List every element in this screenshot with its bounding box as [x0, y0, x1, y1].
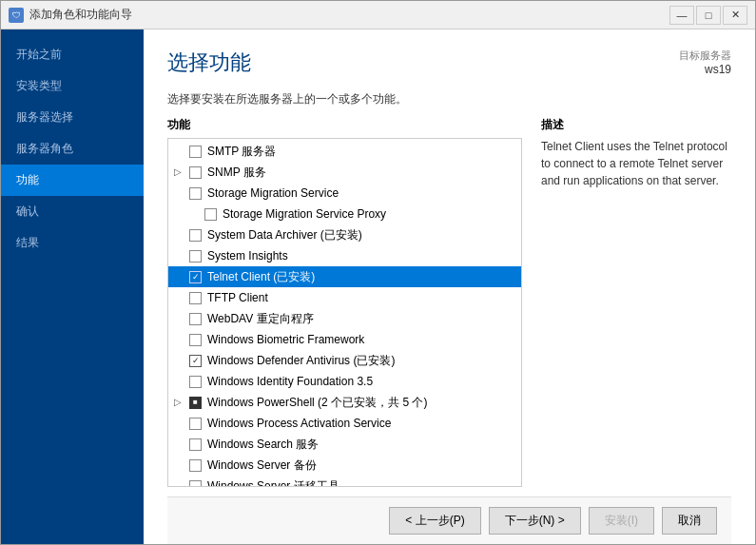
description-line: 选择要安装在所选服务器上的一个或多个功能。: [167, 91, 731, 107]
feature-item-webdav[interactable]: WebDAV 重定向程序: [168, 308, 521, 329]
title-bar-controls: — □ ✕: [669, 6, 747, 25]
description-text: Telnet Client uses the Telnet protocol t…: [541, 138, 731, 189]
feature-label-tftp: TFTP Client: [207, 289, 268, 306]
feature-item-wif[interactable]: Windows Identity Foundation 3.5: [168, 371, 521, 392]
checkbox-wsm[interactable]: [189, 480, 202, 487]
feature-label-wsb: Windows Server 备份: [207, 457, 317, 474]
minimize-button[interactable]: —: [669, 6, 694, 25]
feature-label-wif: Windows Identity Foundation 3.5: [207, 373, 373, 390]
prev-button[interactable]: < 上一步(P): [389, 507, 480, 535]
target-server-name: ws19: [679, 63, 731, 76]
feature-item-wps[interactable]: ▷Windows PowerShell (2 个已安装，共 5 个): [168, 392, 521, 413]
sidebar-item-result[interactable]: 结果: [1, 227, 144, 259]
checkbox-sda[interactable]: [189, 229, 202, 242]
title-bar-left: 🛡 添加角色和功能向导: [9, 7, 132, 23]
feature-label-smsp: Storage Migration Service Proxy: [223, 205, 386, 223]
checkbox-smtp[interactable]: [189, 146, 202, 158]
checkbox-smsp[interactable]: [204, 208, 217, 221]
page-header: 选择功能 目标服务器 ws19: [167, 49, 731, 77]
feature-item-smsp[interactable]: Storage Migration Service Proxy: [168, 204, 521, 224]
sidebar-item-server-select[interactable]: 服务器选择: [1, 102, 144, 133]
feature-item-wss[interactable]: Windows Search 服务: [168, 434, 521, 455]
feature-item-smtp[interactable]: SMTP 服务器: [168, 141, 521, 162]
feature-item-tftp[interactable]: TFTP Client: [168, 287, 521, 308]
feature-label-wps: Windows PowerShell (2 个已安装，共 5 个): [207, 394, 427, 411]
target-server: 目标服务器 ws19: [679, 49, 731, 76]
checkbox-wsb[interactable]: [189, 459, 202, 472]
feature-item-wbf[interactable]: Windows Biometric Framework: [168, 329, 521, 350]
feature-label-webdav: WebDAV 重定向程序: [207, 310, 314, 327]
feature-label-wsm: Windows Server 迁移工具: [207, 477, 339, 486]
install-button[interactable]: 安装(I): [589, 507, 654, 535]
footer: < 上一步(P) 下一步(N) > 安装(I) 取消: [167, 496, 731, 544]
checkbox-sms[interactable]: [189, 187, 202, 200]
features-list[interactable]: SMTP 服务器▷SNMP 服务Storage Migration Servic…: [168, 139, 521, 486]
expand-arrow-snmp[interactable]: ▷: [174, 164, 187, 181]
checkbox-wps[interactable]: [189, 397, 202, 409]
page-title: 选择功能: [167, 49, 251, 77]
feature-label-sms: Storage Migration Service: [207, 185, 339, 202]
next-button[interactable]: 下一步(N) >: [489, 507, 581, 535]
sidebar: 开始之前 安装类型 服务器选择 服务器角色 功能 确认 结果: [1, 29, 144, 544]
feature-label-snmp: SNMP 服务: [207, 164, 266, 181]
checkbox-tftp[interactable]: [189, 292, 202, 304]
sidebar-item-confirm[interactable]: 确认: [1, 196, 144, 227]
checkbox-wss[interactable]: [189, 438, 202, 451]
feature-item-sda[interactable]: System Data Archiver (已安装): [168, 224, 521, 245]
sidebar-item-features[interactable]: 功能: [1, 165, 144, 196]
checkbox-telnet[interactable]: [189, 271, 202, 283]
feature-item-wpas[interactable]: Windows Process Activation Service: [168, 413, 521, 434]
main-content: 选择功能 目标服务器 ws19 选择要安装在所选服务器上的一个或多个功能。 功能…: [144, 29, 755, 544]
feature-item-snmp[interactable]: ▷SNMP 服务: [168, 162, 521, 183]
two-column-layout: 功能 SMTP 服务器▷SNMP 服务Storage Migration Ser…: [167, 117, 731, 487]
sidebar-item-before-start[interactable]: 开始之前: [1, 39, 144, 70]
checkbox-wbf[interactable]: [189, 334, 202, 346]
window: 🛡 添加角色和功能向导 — □ ✕ 开始之前 安装类型 服务器选择 服务器角色 …: [0, 0, 756, 545]
checkbox-wda[interactable]: [189, 355, 202, 367]
feature-label-wda: Windows Defender Antivirus (已安装): [207, 352, 395, 369]
feature-label-si: System Insights: [207, 247, 288, 264]
feature-item-wsb[interactable]: Windows Server 备份: [168, 455, 521, 476]
features-column-label: 功能: [167, 117, 522, 133]
feature-label-telnet: Telnet Client (已安装): [207, 268, 315, 285]
description-column-label: 描述: [541, 117, 731, 133]
description-panel: 描述 Telnet Client uses the Telnet protoco…: [541, 117, 731, 487]
checkbox-si[interactable]: [189, 250, 202, 263]
app-icon: 🛡: [9, 8, 24, 23]
feature-label-wbf: Windows Biometric Framework: [207, 331, 364, 348]
features-list-container: SMTP 服务器▷SNMP 服务Storage Migration Servic…: [167, 138, 522, 487]
target-server-label: 目标服务器: [679, 49, 731, 63]
title-bar: 🛡 添加角色和功能向导 — □ ✕: [1, 1, 755, 29]
content-area: 开始之前 安装类型 服务器选择 服务器角色 功能 确认 结果 选择功能 目标服务…: [1, 29, 755, 544]
feature-item-si[interactable]: System Insights: [168, 245, 521, 266]
checkbox-wif[interactable]: [189, 376, 202, 388]
close-button[interactable]: ✕: [723, 6, 747, 25]
feature-item-wda[interactable]: Windows Defender Antivirus (已安装): [168, 350, 521, 371]
sidebar-item-install-type[interactable]: 安装类型: [1, 70, 144, 102]
checkbox-snmp[interactable]: [189, 166, 202, 179]
feature-item-wsm[interactable]: Windows Server 迁移工具: [168, 476, 521, 486]
maximize-button[interactable]: □: [696, 6, 721, 25]
feature-item-telnet[interactable]: Telnet Client (已安装): [168, 266, 521, 287]
cancel-button[interactable]: 取消: [662, 507, 717, 535]
sidebar-item-server-role[interactable]: 服务器角色: [1, 133, 144, 165]
feature-item-sms[interactable]: Storage Migration Service: [168, 183, 521, 204]
expand-arrow-wps[interactable]: ▷: [174, 394, 187, 411]
checkbox-webdav[interactable]: [189, 313, 202, 325]
feature-label-wss: Windows Search 服务: [207, 436, 319, 453]
checkbox-wpas[interactable]: [189, 418, 202, 430]
feature-label-wpas: Windows Process Activation Service: [207, 415, 391, 432]
features-panel: 功能 SMTP 服务器▷SNMP 服务Storage Migration Ser…: [167, 117, 522, 487]
feature-label-sda: System Data Archiver (已安装): [207, 226, 362, 243]
title-bar-text: 添加角色和功能向导: [29, 7, 132, 23]
feature-label-smtp: SMTP 服务器: [207, 143, 276, 160]
